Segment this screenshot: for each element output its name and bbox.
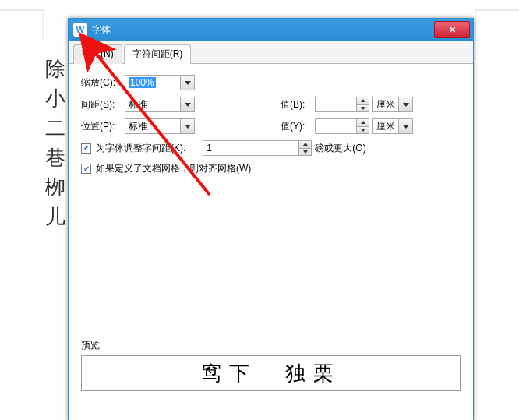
chevron-down-icon[interactable] bbox=[398, 97, 412, 111]
dialog-title: 字体 bbox=[92, 23, 111, 37]
kerning-label: 为字体调整字间距(K): bbox=[96, 142, 185, 155]
page-corner-top bbox=[43, 9, 44, 41]
chevron-down-icon[interactable] bbox=[180, 76, 194, 90]
value-y-input[interactable] bbox=[315, 118, 369, 134]
value-y-label: 值(Y): bbox=[281, 120, 315, 133]
preview-box: 窎下 独栗 bbox=[81, 355, 461, 391]
spinner-up-icon[interactable] bbox=[357, 119, 369, 127]
spinner-down-icon[interactable] bbox=[357, 127, 369, 134]
page-corner-top-r bbox=[476, 9, 519, 11]
spacing-label: 间距(S): bbox=[81, 98, 125, 111]
snap-label: 如果定义了文档网格，则对齐网格(W) bbox=[96, 162, 251, 175]
kerning-input[interactable]: 1 bbox=[203, 140, 312, 156]
chevron-down-icon[interactable] bbox=[180, 97, 194, 111]
position-label: 位置(P): bbox=[81, 120, 125, 133]
titlebar[interactable]: W 字体 ✕ bbox=[69, 19, 473, 41]
font-dialog: W 字体 ✕ 字体(N) 字符间距(R) 缩放(C): 100% 间距(S): … bbox=[68, 18, 474, 420]
tab-char-spacing[interactable]: 字符间距(R) bbox=[124, 44, 192, 64]
unit-b-combo[interactable]: 厘米 bbox=[372, 97, 413, 112]
spacing-value: 标准 bbox=[129, 98, 147, 111]
position-value: 标准 bbox=[129, 120, 147, 133]
spinner-down-icon[interactable] bbox=[357, 105, 369, 112]
scale-combo[interactable]: 100% bbox=[125, 75, 195, 90]
kerning-checkbox[interactable] bbox=[81, 143, 91, 154]
tab-bar: 字体(N) 字符间距(R) bbox=[69, 41, 473, 64]
value-b-label: 值(B): bbox=[281, 98, 315, 111]
chevron-down-icon[interactable] bbox=[180, 119, 194, 133]
scale-label: 缩放(C): bbox=[81, 76, 125, 90]
page-corner-top bbox=[0, 9, 43, 11]
preview-label: 预览 bbox=[81, 339, 461, 352]
value-b-input[interactable] bbox=[315, 97, 369, 112]
close-button[interactable]: ✕ bbox=[434, 21, 470, 38]
page-corner-top-r bbox=[475, 9, 476, 41]
document-text: 除 小 二 巷 栁 儿 bbox=[45, 55, 65, 232]
spinner-up-icon[interactable] bbox=[357, 97, 369, 105]
chevron-down-icon[interactable] bbox=[398, 119, 412, 133]
unit-y-combo[interactable]: 厘米 bbox=[372, 118, 413, 134]
tab-font[interactable]: 字体(N) bbox=[73, 44, 122, 64]
position-combo[interactable]: 标准 bbox=[125, 118, 195, 134]
scale-value: 100% bbox=[129, 77, 156, 88]
spinner-up-icon[interactable] bbox=[299, 141, 311, 149]
kerning-suffix: 磅或更大(O) bbox=[315, 142, 365, 155]
preview-section: 预览 窎下 独栗 bbox=[81, 339, 461, 391]
snap-checkbox[interactable] bbox=[81, 164, 91, 174]
spacing-combo[interactable]: 标准 bbox=[125, 97, 195, 112]
spinner-down-icon[interactable] bbox=[299, 149, 311, 156]
app-icon: W bbox=[73, 23, 87, 37]
tab-panel-spacing: 缩放(C): 100% 间距(S): 标准 值(B): 厘米 bbox=[69, 64, 473, 391]
